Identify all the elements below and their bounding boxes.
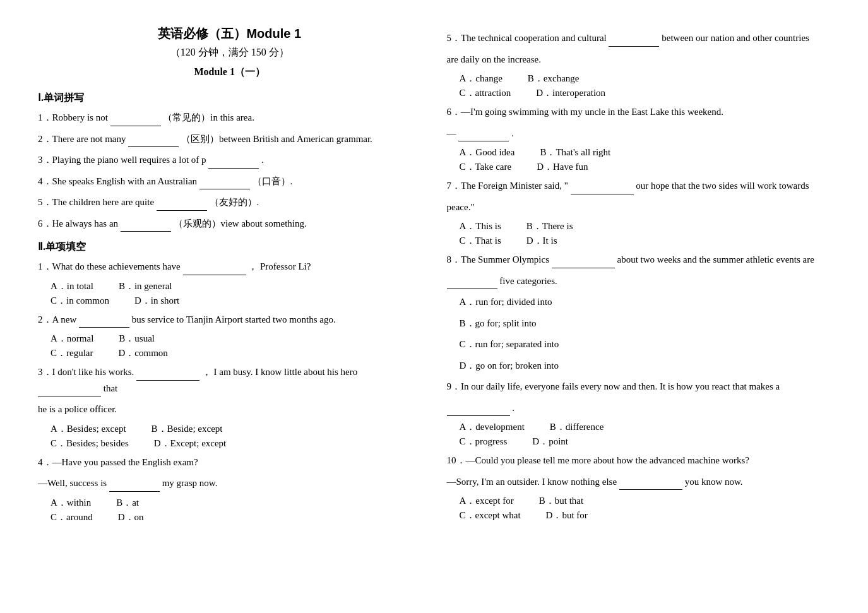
right-q8-optB: B．go for; split into	[460, 316, 831, 332]
right-q5: 5．The technical cooperation and cultural…	[447, 30, 831, 47]
sec2-q1-options2: C．in common D．in short	[51, 295, 422, 307]
sec2-q4-options2: C．around D．on	[51, 511, 422, 523]
main-title: 英语必修（五）Module 1	[38, 25, 422, 42]
right-q6-line2: — .	[447, 126, 831, 142]
module-title: Module 1（一）	[38, 66, 422, 79]
option-B: B．There is	[526, 220, 573, 232]
right-q6-options2: C．Take care D．Have fun	[460, 161, 831, 173]
option-D: D．on	[118, 511, 144, 523]
q6-blank	[121, 220, 171, 232]
right-q10: 10．—Could you please tell me more about …	[447, 453, 831, 469]
option-A: A．Besides; except	[51, 423, 126, 435]
option-B: B．at	[116, 497, 139, 509]
option-C: C．That is	[460, 235, 501, 247]
sec2-q2-blank	[79, 316, 129, 328]
right-q8-optC: C．run for; separated into	[460, 336, 831, 353]
sec2-q3-blank1	[136, 369, 199, 381]
sec2-q4-line2: —Well, success is my grasp now.	[38, 475, 422, 492]
q2-blank	[128, 136, 179, 147]
right-q7-cont: peace."	[447, 199, 831, 216]
q1-blank	[110, 115, 161, 126]
option-D: D．Except; except	[154, 437, 227, 449]
option-A: A．change	[460, 73, 502, 85]
title-section: 英语必修（五）Module 1 （120 分钟，满分 150 分） Module…	[38, 25, 422, 79]
option-D: D．Have fun	[537, 161, 588, 173]
right-q10-options2: C．except what D．but for	[460, 509, 831, 521]
sec2-q1-options: A．in total B．in general	[51, 280, 422, 292]
option-C: C．around	[51, 511, 93, 523]
q1: 1．Robbery is not （常见的）in this area.	[38, 110, 422, 126]
right-q5-options2: C．attraction D．interoperation	[460, 87, 831, 99]
q4: 4．She speaks English with an Australian …	[38, 174, 422, 190]
right-q6-options: A．Good idea B．That's all right	[460, 146, 831, 158]
q3-blank	[208, 157, 259, 169]
option-B: B．exchange	[528, 73, 580, 85]
right-q9: 9．In our daily life, everyone fails ever…	[447, 379, 831, 395]
sec2-q2-options: A．normal B．usual	[51, 333, 422, 345]
option-C: C．Take care	[460, 161, 512, 173]
q5-blank	[157, 199, 207, 211]
q5: 5．The children here are quite （友好的）.	[38, 194, 422, 211]
right-q9-blank	[447, 405, 510, 416]
option-C: C．except what	[460, 509, 521, 521]
option-A: A．normal	[51, 333, 93, 345]
option-B: B．That's all right	[540, 146, 610, 158]
option-C: C．attraction	[460, 87, 511, 99]
q4-blank	[199, 178, 250, 189]
right-column: 5．The technical cooperation and cultural…	[447, 25, 831, 526]
q6: 6．He always has an （乐观的）view about somet…	[38, 216, 422, 232]
sec2-q1: 1．What do these achievements have ， Prof…	[38, 259, 422, 275]
option-B: B．in general	[119, 280, 172, 292]
right-q7-options: A．This is B．There is	[460, 220, 831, 232]
sub-title: （120 分钟，满分 150 分）	[38, 46, 422, 59]
option-A: A．This is	[460, 220, 501, 232]
sec2-q2-options2: C．regular D．common	[51, 347, 422, 359]
right-q6: 6．—I'm going swimming with my uncle in t…	[447, 104, 831, 121]
sec2-q3-cont: he is a police officer.	[38, 402, 422, 418]
option-D: D．interoperation	[536, 87, 605, 99]
right-q7: 7．The Foreign Minister said, " our hope …	[447, 178, 831, 194]
right-q8-optD: D．go on for; broken into	[460, 358, 831, 374]
sec2-q3-options2: C．Besides; besides D．Except; except	[51, 437, 422, 449]
option-B: B．difference	[550, 421, 604, 433]
section2-header: Ⅱ.单项填空	[38, 241, 422, 254]
sec2-q2: 2．A new bus service to Tianjin Airport s…	[38, 312, 422, 328]
right-q8-blank2	[447, 278, 497, 289]
sec2-q1-blank	[183, 264, 246, 275]
option-A: A．development	[460, 421, 525, 433]
sec2-q4-options: A．within B．at	[51, 497, 422, 509]
right-q9-options: A．development B．difference	[460, 421, 831, 433]
option-C: C．regular	[51, 347, 93, 359]
option-A: A．within	[51, 497, 91, 509]
right-q10-blank	[619, 479, 682, 490]
option-D: D．point	[532, 436, 568, 448]
sec2-q4-blank	[109, 480, 160, 492]
option-A: A．in total	[51, 280, 93, 292]
option-C: C．in common	[51, 295, 109, 307]
q3: 3．Playing the piano well requires a lot …	[38, 152, 422, 169]
option-B: B．Beside; except	[152, 423, 223, 435]
sec2-q4: 4．—Have you passed the English exam?	[38, 455, 422, 471]
right-q8: 8．The Summer Olympics about two weeks an…	[447, 252, 831, 268]
right-q7-options2: C．That is D．It is	[460, 235, 831, 247]
sec2-q3-options: A．Besides; except B．Beside; except	[51, 423, 422, 435]
right-q5-blank	[609, 35, 659, 47]
right-q10-options: A．except for B．but that	[460, 495, 831, 507]
left-column: 英语必修（五）Module 1 （120 分钟，满分 150 分） Module…	[38, 25, 422, 526]
right-q8-line2: five categories.	[447, 273, 831, 290]
option-D: D．in short	[134, 295, 179, 307]
option-D: D．It is	[526, 235, 557, 247]
right-q5-cont: are daily on the increase.	[447, 52, 831, 68]
section2-label: Ⅱ.单项填空	[38, 241, 86, 254]
option-C: C．progress	[460, 436, 508, 448]
right-q8-optA: A．run for; divided into	[460, 294, 831, 311]
option-B: B．but that	[539, 495, 583, 507]
right-q7-blank	[571, 183, 634, 194]
right-q6-blank	[458, 130, 509, 141]
section1-label: Ⅰ.单词拼写	[38, 92, 84, 105]
option-A: A．except for	[460, 495, 514, 507]
sec2-q3-blank2	[38, 385, 101, 396]
right-q9-options2: C．progress D．point	[460, 436, 831, 448]
right-q8-blank1	[552, 257, 615, 268]
q2: 2．There are not many （区别）between British…	[38, 131, 422, 148]
